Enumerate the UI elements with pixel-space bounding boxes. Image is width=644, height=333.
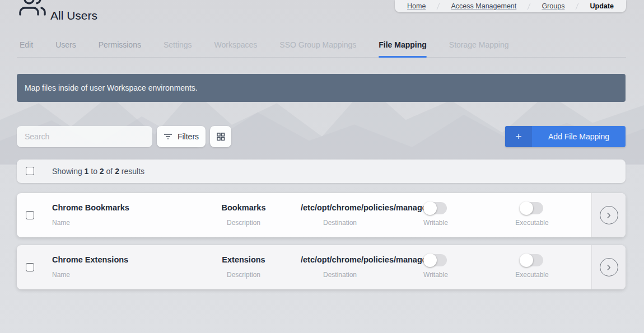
- tab-workspaces[interactable]: Workspaces: [214, 34, 258, 57]
- tab-permissions[interactable]: Permissions: [99, 34, 141, 57]
- grid-view-icon: [216, 132, 225, 141]
- add-file-mapping-button[interactable]: + Add File Mapping: [505, 126, 626, 147]
- tab-storage-mapping[interactable]: Storage Mapping: [449, 34, 509, 57]
- row-destination-value: /etc/opt/chrome/policies/manage: [301, 203, 442, 212]
- plus-icon: +: [505, 126, 532, 147]
- tab-settings[interactable]: Settings: [164, 34, 192, 57]
- row-open-button[interactable]: [600, 258, 618, 276]
- search-input[interactable]: [17, 126, 152, 147]
- writable-toggle[interactable]: [424, 202, 447, 214]
- writable-toggle[interactable]: [424, 254, 447, 266]
- tab-bar: Edit Users Permissions Settings Workspac…: [17, 34, 626, 58]
- tab-file-mapping[interactable]: File Mapping: [379, 34, 427, 57]
- toggle-knob: [423, 254, 437, 267]
- breadcrumb-update: Update: [590, 2, 614, 10]
- filters-button-label: Filters: [178, 132, 199, 141]
- row-destination-label: Destination: [301, 219, 379, 227]
- executable-label: Executable: [507, 271, 557, 279]
- row-checkbox[interactable]: [26, 263, 34, 271]
- row-description-label: Description: [210, 271, 277, 279]
- executable-toggle[interactable]: [521, 202, 543, 214]
- page-title: All Users: [50, 8, 97, 24]
- breadcrumb: Home Access Management Groups Update: [395, 0, 626, 12]
- tab-edit[interactable]: Edit: [20, 34, 33, 57]
- row-destination-label: Destination: [301, 271, 379, 279]
- breadcrumb-access-management[interactable]: Access Management: [451, 2, 517, 10]
- row-action-segment: [591, 193, 626, 237]
- breadcrumb-separator: [528, 3, 531, 10]
- tab-sso-group-mappings[interactable]: SSO Group Mappings: [279, 34, 356, 57]
- executable-label: Executable: [507, 219, 557, 227]
- toggle-knob: [520, 254, 533, 267]
- breadcrumb-separator: [437, 3, 440, 10]
- file-mapping-row: Chrome Extensions Name Extensions Descri…: [17, 245, 626, 289]
- row-destination-value: /etc/opt/chrome/policies/manage: [301, 255, 442, 264]
- add-file-mapping-label: Add File Mapping: [532, 126, 626, 147]
- toggle-knob: [423, 201, 437, 215]
- row-open-button[interactable]: [600, 206, 618, 224]
- row-name-label: Name: [52, 219, 70, 227]
- results-bar: Showing 1 to 2 of 2 results: [17, 160, 626, 183]
- chevron-right-icon: [605, 264, 613, 271]
- file-mapping-row: Chrome Bookmarks Name Bookmarks Descript…: [17, 193, 626, 237]
- results-count-text: Showing 1 to 2 of 2 results: [52, 160, 144, 183]
- toggle-knob: [520, 201, 533, 215]
- group-file-mapping-page: All Users Home Access Management Groups …: [0, 0, 644, 333]
- row-description-label: Description: [210, 219, 277, 227]
- breadcrumb-groups[interactable]: Groups: [542, 2, 564, 10]
- row-name-value: Chrome Extensions: [52, 255, 128, 264]
- row-name-label: Name: [52, 271, 70, 279]
- writable-label: Writable: [413, 219, 458, 227]
- row-checkbox[interactable]: [26, 211, 34, 219]
- row-action-segment: [591, 245, 626, 289]
- select-all-checkbox[interactable]: [26, 167, 34, 175]
- filters-button[interactable]: Filters: [157, 126, 206, 147]
- executable-toggle[interactable]: [521, 254, 543, 266]
- breadcrumb-home[interactable]: Home: [407, 2, 426, 10]
- info-banner: Map files inside of user Workspace envir…: [17, 74, 626, 102]
- grid-view-button[interactable]: [210, 126, 231, 147]
- chevron-right-icon: [605, 212, 613, 219]
- breadcrumb-separator: [576, 3, 579, 10]
- writable-label: Writable: [413, 271, 458, 279]
- row-name-value: Chrome Bookmarks: [52, 203, 129, 212]
- tab-users[interactable]: Users: [55, 34, 76, 57]
- row-description-value: Extensions: [210, 255, 277, 264]
- filter-lines-icon: [164, 132, 172, 141]
- row-description-value: Bookmarks: [210, 203, 277, 212]
- users-icon: [19, 0, 46, 20]
